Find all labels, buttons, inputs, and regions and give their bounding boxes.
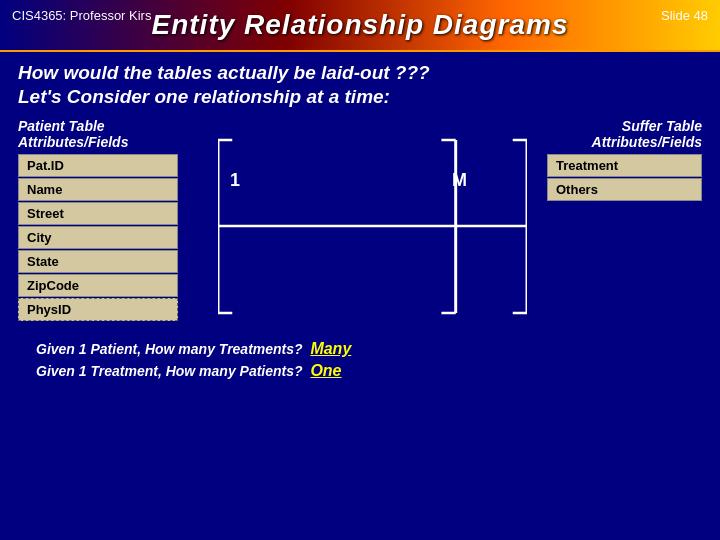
patient-field-physid: PhysID <box>18 298 178 321</box>
slide-number: Slide 48 <box>661 8 708 23</box>
header: CIS4365: Professor Kirs Entity Relations… <box>0 0 720 52</box>
main-content: How would the tables actually be laid-ou… <box>0 52 720 392</box>
bottom-line1: Given 1 Patient, How many Treatments? Ma… <box>36 340 702 358</box>
patient-table: Pat.IDNameStreetCityStateZipCodePhysID <box>18 154 178 321</box>
suffer-field-treatment: Treatment <box>547 154 702 177</box>
course-label: CIS4365: Professor Kirs <box>12 8 151 23</box>
suffer-field-others: Others <box>547 178 702 201</box>
suffer-table-col: Suffer Table Attributes/Fields Treatment… <box>527 118 702 202</box>
patient-field-pat.id: Pat.ID <box>18 154 178 177</box>
relationship-area: 1 M <box>218 118 527 328</box>
suffer-table: TreatmentOthers <box>547 154 702 201</box>
relation-m-label: M <box>452 170 467 191</box>
relation-one-label: 1 <box>230 170 240 191</box>
suffer-table-heading: Suffer Table Attributes/Fields <box>527 118 702 150</box>
columns-layout: Patient Table Attributes/Fields Pat.IDNa… <box>18 118 702 328</box>
patient-field-zipcode: ZipCode <box>18 274 178 297</box>
bottom-line2: Given 1 Treatment, How many Patients? On… <box>36 362 702 380</box>
subtitle1: How would the tables actually be laid-ou… <box>18 62 702 84</box>
patient-field-street: Street <box>18 202 178 225</box>
subtitle2: Let's Consider one relationship at a tim… <box>18 86 702 108</box>
page-title: Entity Relationship Diagrams <box>152 9 569 41</box>
patient-field-city: City <box>18 226 178 249</box>
patient-field-name: Name <box>18 178 178 201</box>
relationship-lines <box>218 118 527 328</box>
bottom-section: Given 1 Patient, How many Treatments? Ma… <box>18 340 702 380</box>
patient-table-col: Patient Table Attributes/Fields Pat.IDNa… <box>18 118 218 322</box>
patient-table-heading: Patient Table Attributes/Fields <box>18 118 218 150</box>
patient-field-state: State <box>18 250 178 273</box>
